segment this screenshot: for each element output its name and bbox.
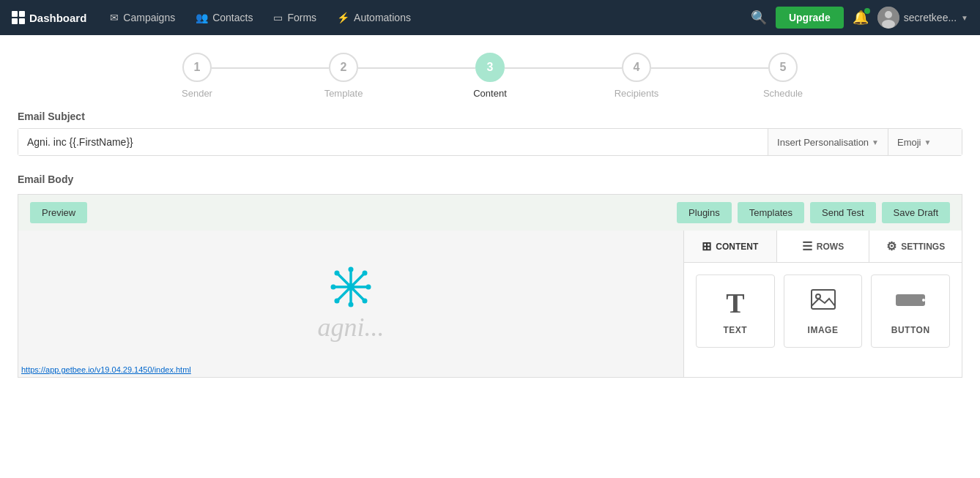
subject-row: Insert Personalisation ▼ Emoji ▼: [18, 128, 962, 156]
subject-input[interactable]: [18, 129, 768, 155]
step-content: 3 Content: [417, 53, 563, 99]
widget-button[interactable]: BUTTON: [871, 275, 950, 348]
svg-point-15: [334, 299, 339, 304]
personalisation-label: Insert Personalisation: [777, 137, 869, 148]
canvas-url: https://app.getbee.io/v19.04.29.1450/ind…: [21, 365, 191, 374]
step-label-template: Template: [324, 88, 363, 99]
image-widget-label: IMAGE: [808, 325, 839, 335]
step-label-schedule: Schedule: [763, 88, 803, 99]
emoji-dropdown[interactable]: Emoji ▼: [888, 129, 962, 155]
top-navigation: Dashboard ✉ Campaigns 👥 Contacts ▭ Forms…: [0, 0, 980, 35]
nav-right: 🔍 Upgrade 🔔 secretkee... ▼: [751, 7, 968, 29]
svg-point-20: [922, 299, 925, 302]
step-label-sender: Sender: [182, 88, 212, 99]
campaigns-icon: ✉: [110, 12, 119, 23]
nav-contacts[interactable]: 👥 Contacts: [187, 7, 261, 28]
nav-automations[interactable]: ⚡ Automations: [328, 7, 420, 28]
toolbar-left: Preview: [30, 202, 87, 223]
button-widget-icon: [894, 287, 927, 319]
svg-point-8: [348, 267, 353, 272]
tab-rows-label: ROWS: [817, 242, 844, 252]
avatar: [877, 7, 899, 29]
contacts-icon: 👥: [196, 12, 208, 23]
step-circle-5: 5: [768, 53, 798, 82]
brand-logo[interactable]: Dashboard: [12, 11, 86, 24]
plugins-button[interactable]: Plugins: [677, 202, 732, 223]
step-label-recipients: Recipients: [615, 88, 659, 99]
nav-links: ✉ Campaigns 👥 Contacts ▭ Forms ⚡ Automat…: [101, 7, 751, 28]
svg-rect-16: [812, 290, 835, 309]
save-draft-button[interactable]: Save Draft: [882, 202, 950, 223]
grid-icon: [12, 11, 25, 24]
right-panel: ⊞ CONTENT ☰ ROWS ⚙ SETTINGS T: [683, 231, 962, 377]
send-test-button[interactable]: Send Test: [810, 202, 876, 223]
templates-button[interactable]: Templates: [738, 202, 804, 223]
editor-canvas: agni... https://app.getbee.io/v19.04.29.…: [18, 231, 683, 377]
step-circle-2: 2: [329, 53, 358, 82]
image-widget-icon: [810, 287, 836, 319]
text-widget-icon: T: [726, 287, 744, 319]
svg-point-12: [334, 271, 339, 276]
automations-icon: ⚡: [337, 12, 349, 23]
svg-point-14: [362, 271, 367, 276]
step-label-content: Content: [473, 88, 507, 99]
rows-tab-icon: ☰: [802, 239, 812, 253]
brand-label: Dashboard: [29, 12, 86, 24]
editor-body: agni... https://app.getbee.io/v19.04.29.…: [18, 231, 962, 377]
nav-campaigns[interactable]: ✉ Campaigns: [101, 7, 184, 28]
emoji-chevron-icon: ▼: [924, 138, 932, 146]
step-circle-1: 1: [182, 53, 212, 82]
panel-tabs: ⊞ CONTENT ☰ ROWS ⚙ SETTINGS: [684, 231, 962, 263]
tab-content[interactable]: ⊞ CONTENT: [684, 231, 777, 262]
content-tab-icon: ⊞: [702, 239, 711, 253]
forms-icon: ▭: [273, 12, 283, 23]
widget-image[interactable]: IMAGE: [784, 275, 863, 348]
tab-settings-label: SETTINGS: [901, 242, 945, 252]
svg-rect-18: [896, 294, 925, 306]
search-button[interactable]: 🔍: [751, 10, 767, 26]
step-recipients: 4 Recipients: [563, 53, 710, 99]
tab-rows[interactable]: ☰ ROWS: [777, 231, 870, 262]
user-name: secretkee...: [904, 12, 957, 23]
user-chevron-icon: ▼: [961, 14, 968, 22]
step-sender: 1 Sender: [124, 53, 270, 99]
cursive-text: agni...: [317, 312, 384, 343]
email-subject-label: Email Subject: [18, 111, 962, 122]
widget-text[interactable]: T TEXT: [696, 275, 775, 348]
emoji-label: Emoji: [897, 137, 921, 148]
editor-area: Preview Plugins Templates Send Test Save…: [18, 194, 962, 378]
step-circle-4: 4: [622, 53, 651, 82]
tab-settings[interactable]: ⚙ SETTINGS: [869, 231, 962, 262]
step-schedule: 5 Schedule: [710, 53, 856, 99]
svg-point-1: [885, 11, 892, 18]
personalisation-chevron-icon: ▼: [872, 138, 879, 146]
canvas-logo: agni...: [317, 265, 384, 343]
step-template: 2 Template: [270, 53, 417, 99]
svg-point-9: [348, 302, 353, 307]
svg-point-11: [365, 285, 371, 290]
personalisation-dropdown[interactable]: Insert Personalisation ▼: [768, 129, 888, 155]
panel-content: T TEXT IMAGE BUTTON: [684, 263, 962, 377]
tab-content-label: CONTENT: [716, 242, 758, 252]
upgrade-button[interactable]: Upgrade: [776, 7, 844, 29]
snowflake-icon: [329, 265, 373, 309]
svg-point-13: [362, 299, 367, 304]
nav-forms[interactable]: ▭ Forms: [264, 7, 325, 28]
button-widget-label: BUTTON: [891, 325, 930, 335]
editor-toolbar: Preview Plugins Templates Send Test Save…: [18, 195, 962, 231]
svg-point-2: [882, 20, 895, 29]
notifications-button[interactable]: 🔔: [853, 10, 869, 26]
text-widget-label: TEXT: [724, 325, 748, 335]
preview-button[interactable]: Preview: [30, 202, 87, 223]
user-menu[interactable]: secretkee... ▼: [877, 7, 968, 29]
main-content: Email Subject Insert Personalisation ▼ E…: [0, 111, 980, 395]
svg-point-10: [330, 285, 335, 290]
stepper: 1 Sender 2 Template 3 Content 4 Recipien…: [0, 35, 980, 111]
toolbar-right: Plugins Templates Send Test Save Draft: [677, 202, 950, 223]
email-body-label: Email Body: [18, 173, 962, 185]
step-circle-3: 3: [475, 53, 505, 82]
settings-tab-icon: ⚙: [886, 239, 897, 253]
svg-point-17: [816, 294, 820, 299]
notification-dot: [864, 8, 870, 14]
